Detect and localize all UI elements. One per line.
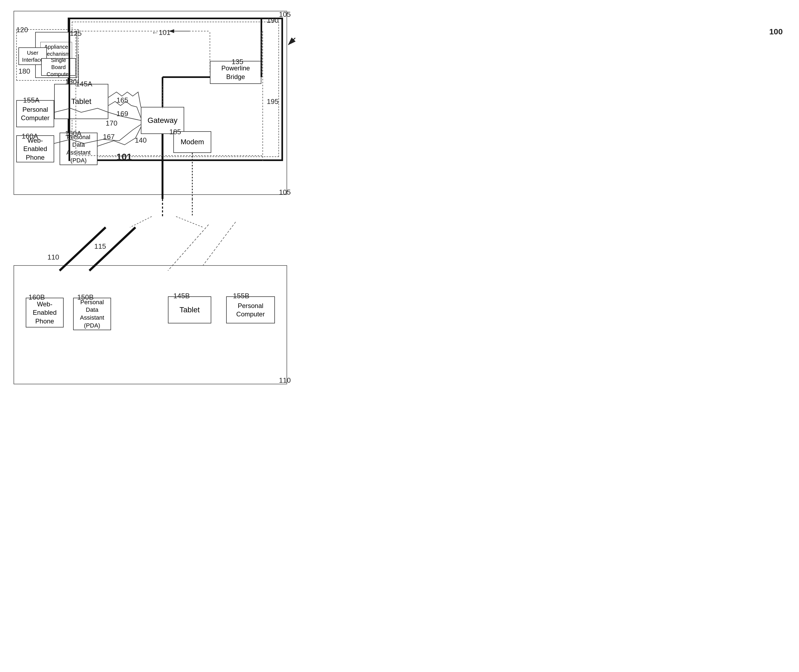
- ref-170: 170: [106, 119, 117, 128]
- ref-180: 180: [18, 67, 30, 75]
- ref-150a: 150A: [65, 130, 82, 138]
- svg-line-23: [168, 225, 209, 270]
- pc-box-155b: PersonalComputer: [226, 296, 275, 323]
- ref-115: 115: [94, 242, 106, 251]
- ref-167: 167: [103, 133, 115, 141]
- ref-160a: 160A: [22, 132, 38, 141]
- ref-145b: 145B: [173, 292, 190, 300]
- ref-135: 135: [231, 58, 243, 66]
- svg-line-25: [130, 216, 152, 227]
- ref-145a: 145A: [76, 80, 92, 88]
- ref-100: 100: [769, 27, 783, 36]
- tablet-box-145a: Tablet: [54, 84, 108, 119]
- svg-line-26: [176, 216, 203, 227]
- ref-120: 120: [16, 26, 28, 34]
- bold-101: 101: [117, 152, 132, 162]
- ref-169: 169: [117, 110, 128, 118]
- single-board-box: Single BoardComputer: [41, 58, 76, 76]
- ref-101-top: ←101: [152, 29, 170, 37]
- ref-110-bottom: 110: [279, 376, 290, 385]
- ref-185: 185: [169, 128, 181, 136]
- ref-195: 195: [267, 98, 278, 106]
- pda-box-150b: PersonalDataAssistant(PDA): [73, 298, 111, 330]
- tablet-box-145b: Tablet: [168, 296, 211, 323]
- ref-110-label: 110: [47, 253, 59, 261]
- ref-165: 165: [117, 96, 128, 104]
- diagram-container: 100 105 105 190 195 ←101 120 ApplianceMe…: [0, 0, 799, 672]
- web-phone-box-160b: Web-EnabledPhone: [26, 298, 64, 328]
- ref-155b: 155B: [233, 292, 249, 300]
- svg-line-24: [203, 222, 236, 265]
- ref-155a: 155A: [23, 96, 40, 104]
- ref-105-bottom: 105: [279, 188, 290, 197]
- ref-140: 140: [135, 136, 146, 144]
- svg-line-19: [289, 38, 295, 45]
- ref-160b: 160B: [29, 293, 45, 301]
- ref-150b: 150B: [77, 293, 94, 301]
- ref-125: 125: [70, 29, 82, 38]
